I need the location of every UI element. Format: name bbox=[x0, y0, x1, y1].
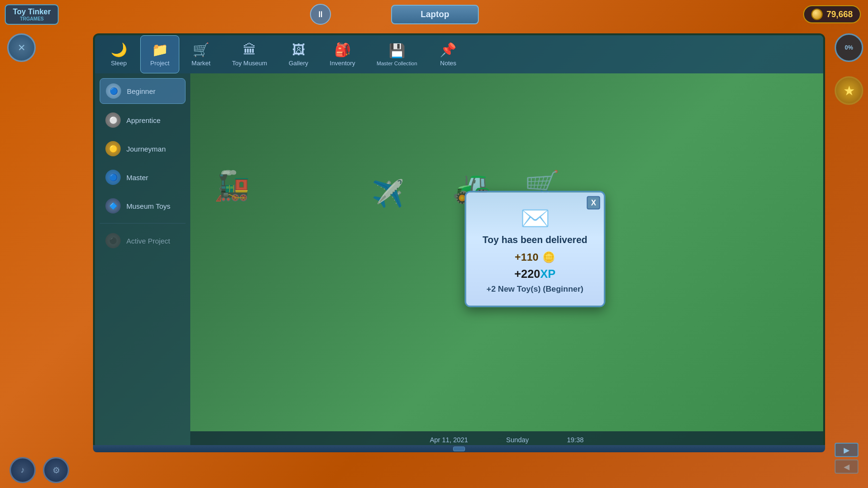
sidebar-label-beginner: Beginner bbox=[127, 87, 155, 95]
journeyman-icon: 🟡 bbox=[105, 141, 121, 156]
music-icon: ♪ bbox=[21, 465, 25, 475]
sidebar-item-active-project[interactable]: ⚫ Active Project bbox=[100, 228, 186, 253]
laptop-title-bar: Laptop bbox=[391, 5, 479, 24]
content-area: 🚂 ✈️ 🚜 🛒 X ✉️ Toy has been delivered +11… bbox=[190, 73, 823, 448]
nav-label-project: Project bbox=[150, 60, 169, 67]
coins-amount: +110 bbox=[515, 251, 538, 264]
arrow-right-icon: ▶ bbox=[844, 446, 849, 455]
close-icon: X bbox=[591, 199, 596, 207]
nav-item-sleep[interactable]: 🌙 Sleep bbox=[100, 35, 138, 73]
toy-item-1: 🚂 bbox=[214, 169, 250, 203]
sidebar-label-museum-toys: Museum Toys bbox=[126, 202, 170, 210]
sidebar-label-master: Master bbox=[126, 173, 148, 182]
sidebar-label-active-project: Active Project bbox=[126, 237, 170, 245]
currency-display: 79,668 bbox=[803, 5, 861, 23]
nav-item-market[interactable]: 🛒 Market bbox=[182, 35, 220, 73]
notes-icon: 📌 bbox=[440, 42, 456, 58]
nav-label-gallery: Gallery bbox=[289, 60, 308, 67]
sidebar-label-apprentice: Apprentice bbox=[126, 116, 161, 124]
master-icon: 🔵 bbox=[105, 170, 121, 185]
notification-title: Toy has been delivered bbox=[483, 234, 588, 245]
status-date: Apr 11, 2021 bbox=[430, 436, 468, 444]
notification-toys: +2 New Toy(s) (Beginner) bbox=[483, 285, 588, 294]
arrow-left-icon: ◀ bbox=[844, 462, 849, 471]
game-title: Toy Tinker bbox=[13, 8, 51, 16]
percent-label: 0% bbox=[845, 44, 853, 51]
nav-label-market: Market bbox=[192, 60, 211, 67]
sleep-icon: 🌙 bbox=[111, 42, 127, 58]
currency-amount: 79,668 bbox=[827, 10, 853, 20]
nav-label-toy-museum: Toy Museum bbox=[232, 60, 267, 67]
active-project-icon: ⚫ bbox=[105, 233, 121, 248]
cross-icon: ✕ bbox=[18, 42, 26, 53]
music-button[interactable]: ♪ bbox=[10, 457, 36, 483]
nav-label-master-collection: Master Collection bbox=[377, 61, 417, 66]
beginner-icon: 🔵 bbox=[106, 83, 121, 99]
toy-item-2: ✈️ bbox=[372, 178, 404, 209]
coin-icon bbox=[811, 9, 823, 20]
nav-item-toy-museum[interactable]: 🏛 Toy Museum bbox=[222, 35, 277, 73]
apprentice-icon: ⚪ bbox=[105, 112, 121, 128]
notification-envelope-icon: ✉️ bbox=[483, 204, 588, 232]
left-decorations: ✕ bbox=[7, 33, 36, 62]
notification-coins: +110 🪙 bbox=[483, 251, 588, 264]
sidebar-item-beginner[interactable]: 🔵 Beginner bbox=[100, 78, 186, 104]
project-icon: 📁 bbox=[152, 42, 168, 58]
nav-item-inventory[interactable]: 🎒 Inventory bbox=[320, 35, 364, 73]
game-studio: TRGAMES bbox=[13, 16, 51, 21]
toy-museum-icon: 🏛 bbox=[243, 42, 256, 58]
top-bar: Toy Tinker TRGAMES ⏸ Laptop 79,668 bbox=[0, 0, 868, 29]
sidebar-label-journeyman: Journeyman bbox=[126, 145, 166, 153]
status-time: 19:38 bbox=[567, 436, 584, 444]
notification-xp: +220XP bbox=[483, 267, 588, 281]
xp-label: XP bbox=[540, 267, 556, 280]
laptop-screen: 🌙 Sleep 📁 Project 🛒 Market 🏛 Toy Museum … bbox=[93, 33, 825, 450]
nav-item-notes[interactable]: 📌 Notes bbox=[429, 35, 467, 73]
percent-circle: 0% bbox=[835, 33, 863, 62]
nav-item-gallery[interactable]: 🖼 Gallery bbox=[279, 35, 318, 73]
nav-label-sleep: Sleep bbox=[111, 60, 126, 67]
sidebar-item-journeyman[interactable]: 🟡 Journeyman bbox=[100, 136, 186, 161]
star-icon: ★ bbox=[843, 83, 855, 99]
sidebar-divider bbox=[100, 223, 186, 224]
nav-item-master-collection[interactable]: 💾 Master Collection bbox=[367, 35, 427, 73]
right-decorations: 0% ★ bbox=[835, 33, 863, 105]
star-decoration: ★ bbox=[835, 76, 863, 105]
nav-item-project[interactable]: 📁 Project bbox=[140, 35, 179, 73]
xp-amount: +220 bbox=[515, 267, 540, 280]
settings-button[interactable]: ⚙ bbox=[43, 457, 69, 483]
sidebar-item-apprentice[interactable]: ⚪ Apprentice bbox=[100, 108, 186, 132]
power-button[interactable] bbox=[453, 447, 465, 451]
pause-icon: ⏸ bbox=[316, 10, 325, 20]
sidebar-item-master[interactable]: 🔵 Master bbox=[100, 165, 186, 190]
nav-label-notes: Notes bbox=[440, 60, 456, 67]
sidebar-item-museum-toys[interactable]: 🔷 Museum Toys bbox=[100, 193, 186, 218]
nav-arrow-left[interactable]: ◀ bbox=[835, 459, 858, 474]
left-deco-circle-1[interactable]: ✕ bbox=[7, 33, 36, 62]
nav-label-inventory: Inventory bbox=[330, 60, 355, 67]
market-icon: 🛒 bbox=[193, 42, 209, 58]
bottom-left-decorations: ♪ ⚙ bbox=[10, 457, 69, 483]
nav-arrows: ▶ ◀ bbox=[835, 443, 858, 474]
notification-popup: X ✉️ Toy has been delivered +110 🪙 +220X… bbox=[465, 191, 606, 307]
nav-bar: 🌙 Sleep 📁 Project 🛒 Market 🏛 Toy Museum … bbox=[95, 35, 823, 73]
nav-arrow-right[interactable]: ▶ bbox=[835, 443, 858, 457]
notification-close-button[interactable]: X bbox=[587, 196, 600, 210]
laptop-bottom-bar bbox=[93, 445, 825, 452]
museum-toys-icon: 🔷 bbox=[105, 198, 121, 214]
status-day: Sunday bbox=[506, 436, 528, 444]
inventory-icon: 🎒 bbox=[334, 42, 351, 58]
game-frame: Toy Tinker TRGAMES ⏸ Laptop 79,668 ✕ 0% … bbox=[0, 0, 868, 488]
gallery-icon: 🖼 bbox=[292, 42, 305, 58]
sidebar: 🔵 Beginner ⚪ Apprentice 🟡 Journeyman 🔵 M… bbox=[95, 73, 190, 448]
settings-icon: ⚙ bbox=[52, 465, 60, 476]
coin-emoji: 🪙 bbox=[542, 251, 555, 264]
master-collection-icon: 💾 bbox=[389, 43, 405, 59]
pause-button[interactable]: ⏸ bbox=[310, 4, 331, 25]
game-logo: Toy Tinker TRGAMES bbox=[5, 4, 59, 25]
main-content: 🔵 Beginner ⚪ Apprentice 🟡 Journeyman 🔵 M… bbox=[95, 73, 823, 448]
